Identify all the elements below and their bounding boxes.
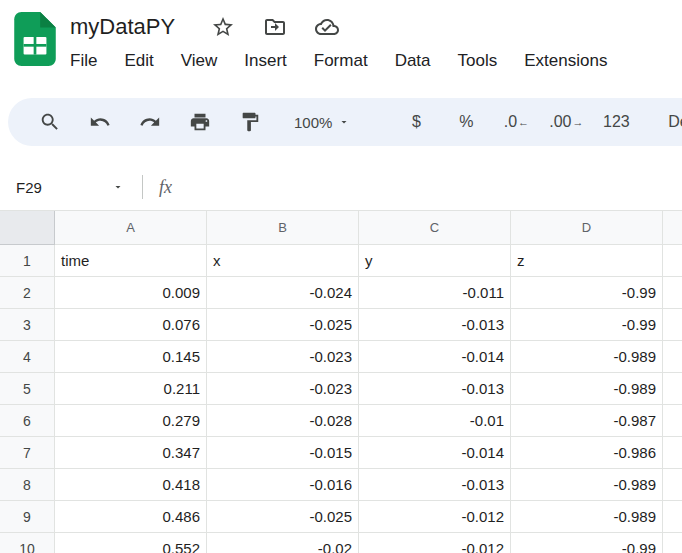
cell-A1[interactable]: time [55,245,207,277]
cloud-status-icon[interactable] [315,15,339,39]
cell-E6[interactable] [663,405,682,437]
cell-D5[interactable]: -0.989 [511,373,663,405]
cell-C9[interactable]: -0.012 [359,501,511,533]
cell-C1[interactable]: y [359,245,511,277]
cell-C6[interactable]: -0.01 [359,405,511,437]
cell-A9[interactable]: 0.486 [55,501,207,533]
format-currency-button[interactable]: $ [398,104,434,140]
undo-button[interactable] [82,104,118,140]
cell-D9[interactable]: -0.989 [511,501,663,533]
decrease-decimal-button[interactable]: .0← [498,104,534,140]
row-header-5[interactable]: 5 [0,373,55,405]
increase-decimal-button[interactable]: .00→ [548,104,584,140]
cell-C4[interactable]: -0.014 [359,341,511,373]
cell-D7[interactable]: -0.986 [511,437,663,469]
number-format-button[interactable]: 123 [598,104,634,140]
cell-B10[interactable]: -0.02 [207,533,359,553]
cell-E3[interactable] [663,309,682,341]
cell-D3[interactable]: -0.99 [511,309,663,341]
cell-B4[interactable]: -0.023 [207,341,359,373]
cell-D4[interactable]: -0.989 [511,341,663,373]
cell-C5[interactable]: -0.013 [359,373,511,405]
cell-B3[interactable]: -0.025 [207,309,359,341]
cell-D6[interactable]: -0.987 [511,405,663,437]
print-button[interactable] [182,104,218,140]
cell-A5[interactable]: 0.211 [55,373,207,405]
zoom-value: 100% [294,114,332,131]
cell-D1[interactable]: z [511,245,663,277]
name-box[interactable]: F29 [10,172,132,202]
row-header-8[interactable]: 8 [0,469,55,501]
cell-B1[interactable]: x [207,245,359,277]
search-button[interactable] [32,104,68,140]
cell-E2[interactable] [663,277,682,309]
row-header-9[interactable]: 9 [0,501,55,533]
spreadsheet-grid: ABCDE1timexyz20.009-0.024-0.011-0.9930.0… [0,210,682,553]
star-icon[interactable] [211,15,235,39]
cell-D8[interactable]: -0.989 [511,469,663,501]
row-header-3[interactable]: 3 [0,309,55,341]
cell-A2[interactable]: 0.009 [55,277,207,309]
column-header-d[interactable]: D [511,211,663,245]
cell-E1[interactable] [663,245,682,277]
move-to-folder-icon[interactable] [263,15,287,39]
cell-A7[interactable]: 0.347 [55,437,207,469]
column-header-a[interactable]: A [55,211,207,245]
menu-view[interactable]: View [181,51,218,71]
cell-B8[interactable]: -0.016 [207,469,359,501]
cell-B7[interactable]: -0.015 [207,437,359,469]
column-header-e[interactable]: E [663,211,682,245]
cell-C2[interactable]: -0.011 [359,277,511,309]
decrease-arrow: ← [518,116,529,128]
menu-format[interactable]: Format [314,51,368,71]
column-header-c[interactable]: C [359,211,511,245]
cell-A3[interactable]: 0.076 [55,309,207,341]
row-header-10[interactable]: 10 [0,533,55,553]
zoom-selector[interactable]: 100% [286,104,358,140]
cell-E7[interactable] [663,437,682,469]
menu-file[interactable]: File [70,51,97,71]
select-all-corner[interactable] [0,211,55,245]
cell-B2[interactable]: -0.024 [207,277,359,309]
row-header-7[interactable]: 7 [0,437,55,469]
cell-B9[interactable]: -0.025 [207,501,359,533]
sheets-logo[interactable] [14,12,56,66]
cell-E5[interactable] [663,373,682,405]
fx-label: fx [159,177,172,198]
cell-E4[interactable] [663,341,682,373]
menu-edit[interactable]: Edit [124,51,153,71]
document-title[interactable]: myDataPY [70,14,175,40]
print-icon [189,111,211,133]
cell-B6[interactable]: -0.028 [207,405,359,437]
cell-A8[interactable]: 0.418 [55,469,207,501]
cell-B5[interactable]: -0.023 [207,373,359,405]
cell-C8[interactable]: -0.013 [359,469,511,501]
menu-extensions[interactable]: Extensions [524,51,607,71]
menu-data[interactable]: Data [395,51,431,71]
cell-A6[interactable]: 0.279 [55,405,207,437]
redo-button[interactable] [132,104,168,140]
font-selector[interactable]: De [660,104,682,140]
row-header-6[interactable]: 6 [0,405,55,437]
column-header-b[interactable]: B [207,211,359,245]
row-header-4[interactable]: 4 [0,341,55,373]
cell-C10[interactable]: -0.012 [359,533,511,553]
main-toolbar: 100% $ % .0← .00→ 123 De [8,98,682,146]
cell-E8[interactable] [663,469,682,501]
cell-D2[interactable]: -0.99 [511,277,663,309]
cell-A10[interactable]: 0.552 [55,533,207,553]
row-header-2[interactable]: 2 [0,277,55,309]
cell-A4[interactable]: 0.145 [55,341,207,373]
menu-insert[interactable]: Insert [244,51,287,71]
cell-E10[interactable] [663,533,682,553]
paint-format-button[interactable] [232,104,268,140]
active-cell-reference: F29 [16,179,42,196]
row-header-1[interactable]: 1 [0,245,55,277]
cell-C7[interactable]: -0.014 [359,437,511,469]
cell-E9[interactable] [663,501,682,533]
cell-D10[interactable]: -0.99 [511,533,663,553]
menu-tools[interactable]: Tools [458,51,498,71]
cell-C3[interactable]: -0.013 [359,309,511,341]
format-percent-button[interactable]: % [448,104,484,140]
chevron-down-icon [338,116,350,128]
